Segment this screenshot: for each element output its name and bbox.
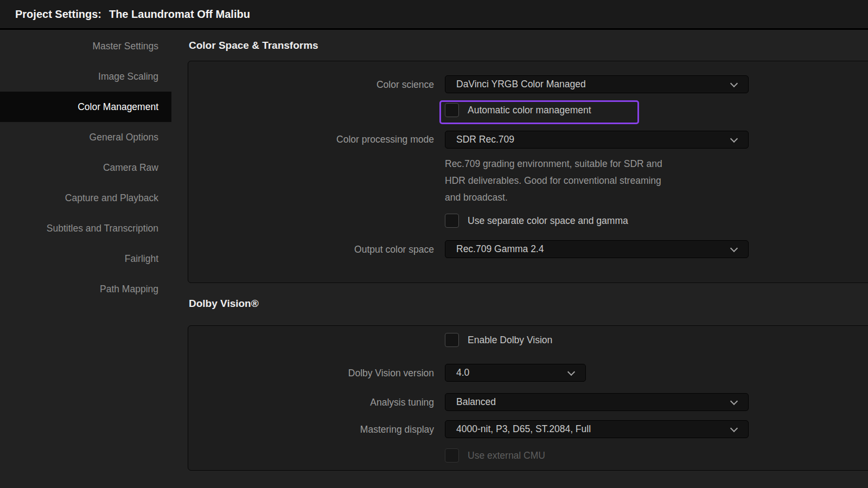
sidebar-item-capture-playback[interactable]: Capture and Playback (0, 183, 171, 213)
color-space-section-heading: Color Space & Transforms (189, 40, 318, 52)
sidebar-item-fairlight[interactable]: Fairlight (0, 243, 171, 274)
output-color-space-label: Output color space (184, 243, 434, 255)
use-separate-color-space-checkbox[interactable] (445, 214, 459, 228)
sidebar-item-subtitles-transcription[interactable]: Subtitles and Transcription (0, 213, 171, 243)
dolby-vision-version-label: Dolby Vision version (184, 367, 434, 379)
sidebar-item-general-options[interactable]: General Options (0, 122, 171, 152)
use-separate-color-space-label: Use separate color space and gamma (468, 215, 628, 227)
automatic-color-management-checkbox[interactable] (445, 103, 459, 117)
sidebar-item-camera-raw[interactable]: Camera Raw (0, 152, 171, 183)
chevron-down-icon (731, 399, 737, 404)
project-name: The Laundromat Off Malibu (109, 8, 250, 21)
output-color-space-dropdown[interactable]: Rec.709 Gamma 2.4 (445, 240, 749, 258)
mastering-display-dropdown[interactable]: 4000-nit, P3, D65, ST.2084, Full (445, 420, 749, 438)
dolby-vision-section-heading: Dolby Vision® (189, 298, 259, 310)
color-processing-mode-dropdown[interactable]: SDR Rec.709 (445, 131, 749, 149)
use-external-cmu-checkbox (445, 448, 459, 463)
enable-dolby-vision-label: Enable Dolby Vision (468, 334, 552, 346)
titlebar: Project Settings: The Laundromat Off Mal… (0, 0, 868, 28)
chevron-down-icon (731, 426, 737, 432)
project-settings-window: Project Settings: The Laundromat Off Mal… (0, 0, 868, 488)
color-science-dropdown[interactable]: DaVinci YRGB Color Managed (445, 75, 749, 93)
chevron-down-icon (569, 369, 575, 375)
chevron-down-icon (731, 136, 737, 142)
automatic-color-management-label: Automatic color management (468, 104, 591, 116)
chevron-down-icon (731, 246, 737, 252)
sidebar-item-path-mapping[interactable]: Path Mapping (0, 274, 171, 304)
processing-mode-description: Rec.709 grading environment, suitable fo… (445, 156, 760, 206)
sidebar-item-image-scaling[interactable]: Image Scaling (0, 61, 171, 92)
analysis-tuning-dropdown[interactable]: Balanced (445, 393, 749, 411)
color-processing-mode-label: Color processing mode (184, 133, 434, 145)
mastering-display-label: Mastering display (184, 423, 434, 435)
sidebar-item-master-settings[interactable]: Master Settings (0, 31, 171, 61)
chevron-down-icon (731, 81, 737, 87)
use-external-cmu-label: Use external CMU (468, 450, 545, 461)
sidebar-item-color-management[interactable]: Color Management (0, 92, 171, 122)
window-title: Project Settings: (15, 8, 101, 21)
color-science-label: Color science (184, 79, 434, 91)
settings-sidebar: Master Settings Image Scaling Color Mana… (0, 30, 171, 488)
dolby-vision-version-dropdown[interactable]: 4.0 (445, 364, 586, 382)
enable-dolby-vision-checkbox[interactable] (445, 333, 459, 347)
analysis-tuning-label: Analysis tuning (184, 396, 434, 408)
